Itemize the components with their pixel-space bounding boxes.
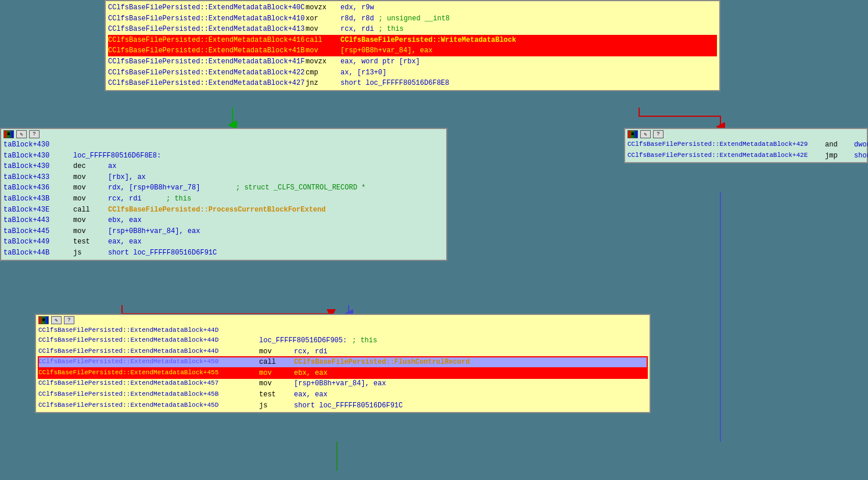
code-line: CClfsBaseFilePersisted::ExtendMetadataBl… — [108, 24, 717, 35]
addr: CClfsBaseFilePersisted::ExtendMetadataBl… — [38, 368, 259, 379]
op: mov — [306, 45, 340, 56]
args: short loc_FFFFF80516D6F91C — [294, 400, 403, 411]
code-line: taBlock+43B mov rcx, rdi ; this — [3, 194, 444, 205]
color-icon[interactable]: ■ — [627, 130, 638, 138]
op: xor — [306, 13, 340, 24]
op: js — [73, 248, 108, 259]
code-line: CClfsBaseFilePersisted::ExtendMetadataBl… — [38, 325, 647, 335]
args: [rsp+0B8h+var_84], eax — [294, 378, 386, 389]
args: [rsp+0B8h+var_84], eax — [108, 226, 200, 237]
args: eax, eax — [294, 389, 328, 400]
args: CClfsBaseFilePersisted::ProcessCurrentBl… — [108, 205, 325, 216]
code-line-red2: CClfsBaseFilePersisted::ExtendMetadataBl… — [38, 368, 647, 379]
code-line: taBlock+445 mov [rsp+0B8h+var_84], eax — [3, 226, 444, 237]
op: mov — [259, 346, 294, 357]
op: mov — [73, 226, 108, 237]
code-line: taBlock+443 mov ebx, eax — [3, 215, 444, 226]
info-icon[interactable]: ? — [29, 130, 40, 138]
addr: CClfsBaseFilePersisted::ExtendMetadataBl… — [38, 335, 259, 346]
args: [rsp+0B8h+var_84], eax — [340, 45, 432, 56]
code-line: taBlock+430 — [3, 139, 444, 151]
op: test — [259, 389, 294, 400]
addr: CClfsBaseFilePersisted::ExtendMetadataBl… — [38, 389, 259, 400]
addr-short: taBlock+430 — [3, 151, 73, 162]
op: mov — [73, 215, 108, 226]
edit-icon[interactable]: ✎ — [16, 130, 27, 138]
addr-short: taBlock+44B — [3, 248, 73, 259]
addr-short: taBlock+430 — [3, 139, 73, 151]
code-line: CClfsBaseFilePersisted::ExtendMetadataBl… — [38, 400, 647, 411]
code-line: taBlock+44B js short loc_FFFFF80516D6F91… — [3, 248, 444, 259]
op: movzx — [306, 2, 340, 13]
info-icon[interactable]: ? — [653, 130, 663, 138]
args: rcx, rdi — [294, 346, 328, 357]
addr: CClfsBaseFilePersisted::ExtendMetadataBl… — [38, 378, 259, 389]
addr: CClfsBaseFilePersisted::ExtendMetadataBl… — [627, 139, 825, 151]
op: dec — [73, 161, 108, 172]
code-line: CClfsBaseFilePersisted::ExtendMetadataBl… — [38, 335, 647, 346]
addr-short: taBlock+43B — [3, 194, 73, 205]
bottom-block-icons: ■ ✎ ? — [38, 316, 647, 324]
edit-icon[interactable]: ✎ — [51, 316, 62, 324]
addr-short: taBlock+436 — [3, 182, 73, 194]
right-block-icons: ■ ✎ ? — [627, 130, 865, 138]
code-line: CClfsBaseFilePersisted::ExtendMetadataBl… — [627, 151, 865, 162]
addr-short: taBlock+449 — [3, 237, 73, 248]
code-line: taBlock+449 test eax, eax — [3, 237, 444, 248]
addr: CClfsBaseFilePersisted::ExtendMetadataBl… — [108, 13, 306, 24]
code-line: CClfsBaseFilePersisted::ExtendMetadataBl… — [108, 56, 717, 67]
args: edx, r9w — [340, 2, 374, 13]
color-icon[interactable]: ■ — [38, 316, 49, 324]
addr: CClfsBaseFilePersisted::ExtendMetadataBl… — [108, 67, 306, 78]
args: short loc_FFFFF80516D6F8E8 — [340, 78, 449, 89]
code-line: CClfsBaseFilePersisted::ExtendMetadataBl… — [38, 378, 647, 389]
op: mov — [73, 194, 108, 205]
code-line: CClfsBaseFilePersisted::ExtendMetadataBl… — [38, 346, 647, 357]
code-line-red: CClfsBaseFilePersisted::ExtendMetadataBl… — [108, 35, 717, 46]
code-line: taBlock+430 dec ax — [3, 161, 444, 172]
block-right: ■ ✎ ? CClfsBaseFilePersisted::ExtendMeta… — [624, 128, 868, 163]
op: mov — [73, 172, 108, 183]
color-icon[interactable]: ■ — [3, 130, 14, 138]
addr-short: taBlock+445 — [3, 226, 73, 237]
args: short loc_FFFFF80516D6F91C — [108, 248, 217, 259]
addr: CClfsBaseFilePersisted::ExtendMetadataBl… — [108, 2, 306, 13]
code-line: CClfsBaseFilePersisted::ExtendMetadataBl… — [108, 13, 717, 24]
args: short lo — [854, 151, 868, 162]
args: ax, [r13+0] — [340, 67, 386, 78]
comment: ; struct _CLFS_CONTROL_RECORD * — [236, 182, 365, 194]
op: jmp — [825, 151, 854, 162]
info-icon[interactable]: ? — [64, 316, 74, 324]
addr: CClfsBaseFilePersisted::ExtendMetadataBl… — [38, 357, 259, 368]
code-line-blue: CClfsBaseFilePersisted::ExtendMetadataBl… — [38, 357, 647, 368]
block-bottom: ■ ✎ ? CClfsBaseFilePersisted::ExtendMeta… — [35, 314, 651, 413]
op: mov — [306, 24, 340, 35]
op: call — [73, 205, 108, 216]
op: mov — [73, 182, 108, 194]
args: [rbx], ax — [108, 172, 146, 183]
args: eax, eax — [108, 237, 142, 248]
block-middle: ■ ✎ ? taBlock+430 taBlock+430 loc_FFFFF8… — [0, 128, 447, 261]
addr: CClfsBaseFilePersisted::ExtendMetadataBl… — [108, 56, 306, 67]
args: rdx, [rsp+0B8h+var_78] — [108, 182, 236, 194]
comment: ; this — [379, 24, 404, 35]
addr: CClfsBaseFilePersisted::ExtendMetadataBl… — [108, 35, 306, 46]
label: loc_FFFFF80516D6F905: — [259, 335, 352, 346]
code-line: taBlock+43E call CClfsBaseFilePersisted:… — [3, 205, 444, 216]
addr-short: taBlock+43E — [3, 205, 73, 216]
addr: CClfsBaseFilePersisted::ExtendMetadataBl… — [38, 346, 259, 357]
args: ax — [108, 161, 116, 172]
addr: CClfsBaseFilePersisted::ExtendMetadataBl… — [108, 24, 306, 35]
op: js — [259, 400, 294, 411]
op: mov — [259, 368, 294, 379]
addr-short: taBlock+443 — [3, 215, 73, 226]
code-line: CClfsBaseFilePersisted::ExtendMetadataBl… — [38, 389, 647, 400]
addr: CClfsBaseFilePersisted::ExtendMetadataBl… — [38, 400, 259, 411]
edit-icon[interactable]: ✎ — [640, 130, 651, 138]
code-line: taBlock+433 mov [rbx], ax — [3, 172, 444, 183]
args: rcx, rdi — [340, 24, 374, 35]
op: cmp — [306, 67, 340, 78]
op: and — [825, 139, 854, 151]
args: CClfsBaseFilePersisted::WriteMetadataBlo… — [340, 35, 516, 46]
middle-block-icons: ■ ✎ ? — [3, 130, 444, 138]
